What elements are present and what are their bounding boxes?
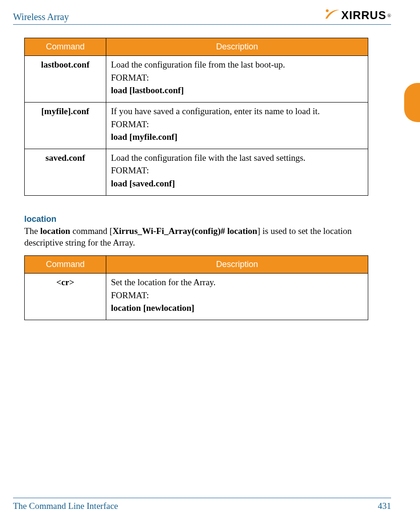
cmd-cell: saved.conf <box>25 149 106 195</box>
table-row: saved.conf Load the configuration file w… <box>25 149 368 195</box>
col-header-command: Command <box>25 38 106 56</box>
desc-text: Set the location for the Array. <box>111 276 363 288</box>
format-label: FORMAT: <box>111 289 363 302</box>
side-tab-icon <box>404 83 420 122</box>
col-header-description: Description <box>106 38 368 56</box>
desc-cell: If you have saved a configuration, enter… <box>106 102 368 149</box>
table-row: <cr> Set the location for the Array. FOR… <box>25 274 368 320</box>
format-label: FORMAT: <box>111 118 363 130</box>
registered-icon: ® <box>387 13 391 18</box>
doc-title: Wireless Array <box>13 12 69 22</box>
footer-bar: The Command Line Interface 431 <box>13 498 391 511</box>
format-text: load [saved.conf] <box>111 178 363 190</box>
header-bar: Wireless Array XIRRUS ® <box>13 8 391 25</box>
desc-text: If you have saved a configuration, enter… <box>111 105 363 117</box>
col-header-command: Command <box>25 256 106 274</box>
format-label: FORMAT: <box>111 165 363 177</box>
desc-text: Load the configuration file from the las… <box>111 59 363 71</box>
cmd-cell: lastboot.conf <box>25 56 106 103</box>
table-row: [myfile].conf If you have saved a config… <box>25 102 368 149</box>
cmd-cell: <cr> <box>25 274 106 320</box>
table-row: lastboot.conf Load the configuration fil… <box>25 56 368 103</box>
brand-text: XIRRUS <box>341 9 386 22</box>
cmd-cell: [myfile].conf <box>25 102 106 149</box>
footer-section-title: The Command Line Interface <box>13 501 118 511</box>
command-table-2: Command Description <cr> Set the locatio… <box>24 255 368 320</box>
page-number: 431 <box>378 501 392 511</box>
col-header-description: Description <box>106 256 368 274</box>
para-bold: Xirrus_Wi-Fi_Array(config)# location <box>112 226 257 236</box>
format-text: location [newlocation] <box>111 302 363 314</box>
format-text: load [myfile.conf] <box>111 131 363 143</box>
desc-text: Load the configuration file with the las… <box>111 152 363 164</box>
format-text: load [lastboot.conf] <box>111 84 363 96</box>
command-table-1: Command Description lastboot.conf Load t… <box>24 38 368 196</box>
section-heading: location <box>24 214 391 224</box>
svg-point-0 <box>326 9 329 12</box>
desc-cell: Load the configuration file with the las… <box>106 149 368 195</box>
para-text: The <box>24 226 40 236</box>
para-bold: location <box>40 226 70 236</box>
section-paragraph: The location command [Xirrus_Wi-Fi_Array… <box>24 225 391 249</box>
format-label: FORMAT: <box>111 72 363 84</box>
para-text: command [ <box>70 226 113 236</box>
brand-logo: XIRRUS ® <box>324 8 391 22</box>
logo-swoosh-icon <box>324 8 340 22</box>
desc-cell: Load the configuration file from the las… <box>106 56 368 103</box>
desc-cell: Set the location for the Array. FORMAT: … <box>106 274 368 320</box>
